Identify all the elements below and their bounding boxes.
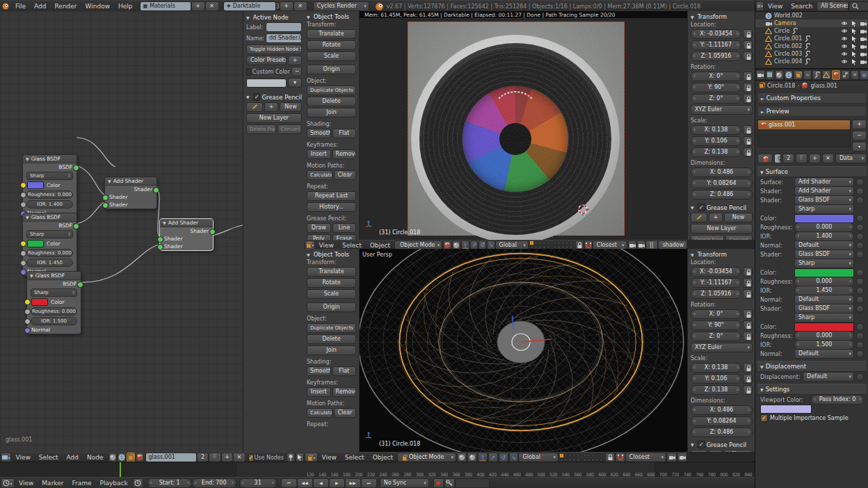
node-add-shader-2-selected[interactable]: ▼Add Shader Shader Shader Shader — [159, 218, 214, 251]
lock-icon[interactable] — [743, 320, 753, 330]
animate-dot[interactable] — [856, 278, 864, 286]
tab-render-layers-icon[interactable] — [766, 70, 775, 80]
roughness-slider[interactable]: 0.000 — [794, 331, 854, 341]
ior-socket[interactable] — [20, 260, 26, 266]
tab-scene-icon[interactable] — [775, 70, 784, 80]
dim-x-slider[interactable]: X: 0.486 — [691, 168, 753, 177]
current-frame-slider[interactable]: 31 — [239, 478, 277, 488]
menu-view[interactable]: View — [11, 454, 34, 461]
play-reverse-button[interactable]: ◀ — [313, 478, 329, 488]
lock-scene-icon[interactable] — [605, 453, 615, 462]
roughness-slider[interactable]: Roughness: 0.000 — [26, 190, 73, 199]
color-socket[interactable] — [20, 182, 26, 188]
menu-add[interactable]: Add — [30, 3, 50, 10]
output-socket[interactable] — [209, 229, 216, 235]
menu-select[interactable]: Select — [341, 454, 369, 461]
menu-help[interactable]: Help — [114, 3, 137, 10]
record-button[interactable] — [433, 478, 444, 488]
animate-dot[interactable] — [856, 233, 864, 241]
normal-socket[interactable] — [24, 327, 31, 334]
menu-frame[interactable]: Frame — [67, 480, 95, 487]
smooth-button[interactable]: Smooth — [307, 366, 331, 376]
lock-icon[interactable] — [743, 267, 753, 277]
selectability-cursor-icon[interactable] — [851, 20, 857, 27]
menu-marker[interactable]: Marker — [38, 480, 67, 487]
translate-button[interactable]: Translate — [307, 29, 356, 39]
calculate-button[interactable]: Calculate — [307, 170, 332, 180]
lock-icon[interactable] — [743, 136, 753, 146]
next-keyframe-button[interactable]: ▶▶ — [345, 478, 361, 488]
panel-header-transform[interactable]: ▼Transform — [691, 13, 753, 20]
rotation-z-slider[interactable]: Z: 0° — [691, 94, 741, 104]
menu-playback[interactable]: Playback — [96, 480, 132, 487]
shader-dropdown[interactable]: Add Shader — [794, 186, 854, 196]
animate-dot[interactable] — [856, 269, 864, 277]
shader-dropdown[interactable]: Glass BSDF — [794, 250, 854, 259]
lock-icon[interactable] — [743, 125, 753, 135]
visibility-eye-icon[interactable] — [841, 35, 848, 42]
scene-browse-icon[interactable]: ❖ — [227, 2, 231, 10]
dim-x-slider[interactable]: X: 0.486 — [691, 405, 753, 415]
menu-object[interactable]: Object — [366, 242, 394, 249]
render-engine-dropdown[interactable]: Cycles Render — [313, 1, 369, 11]
slot-remove-button[interactable]: − — [852, 131, 867, 140]
rotation-y-slider[interactable]: Y: 90° — [691, 320, 741, 330]
erase-button[interactable]: Erase — [332, 234, 357, 240]
distribution-dropdown[interactable]: Sharp — [794, 313, 854, 323]
scene-close-button[interactable]: ✕ — [294, 1, 307, 11]
lock-icon[interactable] — [743, 29, 753, 39]
convert-button[interactable]: Convert — [725, 235, 753, 240]
grease-add-button[interactable]: + — [709, 213, 723, 222]
menu-file[interactable]: File — [11, 3, 30, 10]
lock-icon[interactable] — [743, 332, 753, 341]
input-socket[interactable] — [157, 244, 163, 250]
material-name-field[interactable]: glass.001 — [145, 453, 197, 462]
normal-dropdown[interactable]: Default — [794, 241, 854, 250]
lock-icon[interactable] — [743, 40, 753, 50]
menu-node[interactable]: Node — [83, 454, 108, 461]
color-swatch[interactable] — [794, 323, 854, 332]
use-nodes-checkbox[interactable]: ✓ — [248, 454, 255, 462]
rotate-button[interactable]: Rotate — [307, 278, 356, 288]
snap-node-icon[interactable] — [296, 453, 304, 462]
input-socket[interactable] — [157, 236, 163, 243]
material-browse-icon[interactable] — [757, 154, 773, 163]
menu-search[interactable]: Search — [787, 3, 817, 10]
shader-dropdown[interactable]: Glass BSDF — [794, 195, 854, 205]
material-name-field[interactable]: glass.001 — [774, 154, 781, 163]
lock-icon[interactable] — [743, 289, 753, 299]
tab-texture-icon[interactable] — [841, 70, 850, 80]
grease-add-button[interactable]: + — [709, 450, 723, 452]
new-layer-button[interactable]: New Layer — [246, 113, 302, 123]
scenes-filter-dropdown[interactable]: All Scenes — [817, 1, 849, 11]
scene-add-button[interactable]: + — [280, 1, 294, 11]
roughness-slider[interactable]: Roughness: 0.000 — [31, 307, 77, 316]
grease-new-button[interactable]: New — [724, 213, 753, 222]
menu-view[interactable]: View — [15, 480, 38, 487]
normal-dropdown[interactable]: Default — [794, 349, 854, 359]
insert-keyframe-button[interactable]: Insert — [307, 387, 331, 397]
toggle-hidden-sockets-button[interactable]: Toggle Hidden Node Sockets — [246, 44, 302, 54]
panel-header-preview[interactable]: ►Preview — [757, 106, 867, 117]
visibility-eye-icon[interactable] — [841, 43, 848, 49]
tab-particles-icon[interactable]: ✳ — [851, 70, 860, 80]
animate-dot[interactable] — [856, 242, 864, 250]
outliner-item-circle-001[interactable]: Circle.001 — [755, 35, 868, 42]
jump-start-button[interactable]: ⏮ — [281, 478, 297, 488]
panel-header-surface[interactable]: ▼Surface — [757, 166, 867, 177]
animate-dot[interactable] — [856, 305, 864, 313]
manipulator-translate-icon[interactable]: ↗ — [488, 453, 498, 462]
rotation-mode-dropdown[interactable]: XYZ Euler — [691, 343, 753, 352]
editor-type-outliner-icon[interactable]: ≡▾ — [756, 1, 764, 11]
viewport-color-swatch[interactable] — [760, 405, 812, 414]
layers-widget-2[interactable] — [553, 241, 573, 249]
rotation-mode-dropdown[interactable]: XYZ Euler — [691, 105, 753, 115]
renderability-camera-icon[interactable] — [860, 28, 867, 35]
outliner-item-circle-003[interactable]: Circle.003 — [755, 50, 868, 58]
mode-dropdown[interactable]: Object Mode — [397, 453, 456, 462]
rotation-x-slider[interactable]: X: 0° — [691, 72, 741, 81]
node-header[interactable]: ▼Add Shader — [105, 177, 156, 186]
collapse-icon[interactable]: ▼ — [163, 220, 166, 225]
scale-z-slider[interactable]: Z: 0.138 — [691, 147, 741, 157]
collapse-icon[interactable]: ▼ — [26, 156, 29, 161]
